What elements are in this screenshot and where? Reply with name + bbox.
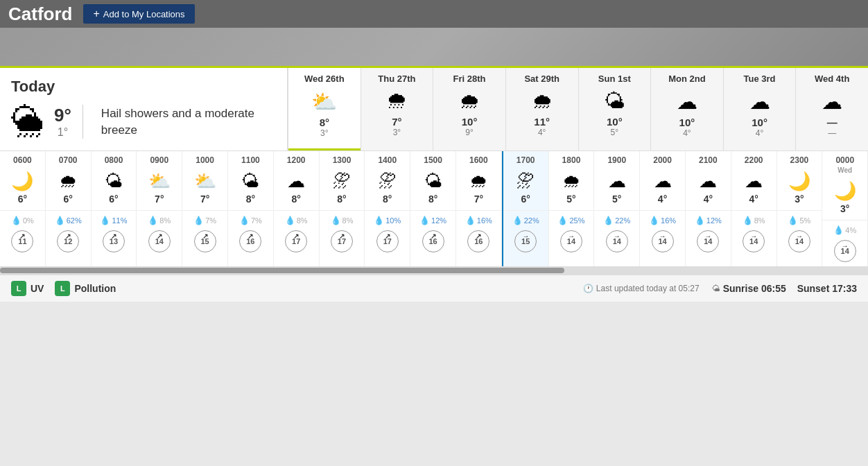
rain-drop-icon: 💧 <box>695 216 705 225</box>
plus-icon: + <box>93 8 99 20</box>
wind-direction-icon: ↗ <box>339 232 345 240</box>
forecast-day-3[interactable]: Sat 29th 🌧 11° 4° <box>505 68 578 150</box>
hour-col-1500: 1500 🌤 8° 💧 12% 16 ↗ <box>410 151 456 266</box>
today-content: 🌦 9° 1° Hail showers and a moderate bree… <box>11 103 276 141</box>
hour-time-label: 1700 <box>515 151 537 166</box>
forecast-weather-icon: ⛅ <box>311 89 337 114</box>
hour-rain-row: 💧 8% <box>743 216 765 225</box>
rain-drop-icon: 💧 <box>649 216 659 225</box>
hour-rain-percent: 8% <box>297 216 308 225</box>
hour-temp: 6° <box>18 193 27 205</box>
hour-wind-circle: 13 ↗ <box>103 230 125 252</box>
hour-temp: 7° <box>200 193 209 205</box>
forecast-high-temp: 10° <box>752 116 767 128</box>
hour-rain-percent: 16% <box>477 216 492 225</box>
hour-rain-percent: 16% <box>661 216 676 225</box>
hour-rain-percent: 4% <box>845 226 856 234</box>
forecast-high-temp: 10° <box>679 116 695 128</box>
forecast-day-1[interactable]: Thu 27th 🌨 7° 3° <box>361 68 433 150</box>
today-weather-icon: 🌦 <box>11 103 44 141</box>
hour-wind-circle: 16 ↗ <box>467 230 489 252</box>
forecast-low-temp: 3° <box>393 128 401 137</box>
hour-weather-icon: 🌤 <box>241 171 259 192</box>
hour-time-label: 2100 <box>697 151 719 166</box>
hour-temp: 7° <box>155 193 164 205</box>
hour-weather-icon: 🌧 <box>562 171 580 192</box>
forecast-high-temp: 10° <box>462 116 478 128</box>
wind-direction-icon: → <box>796 232 803 240</box>
hour-wind-circle: 14 ↗ <box>148 230 171 252</box>
forecast-day-6[interactable]: Tue 3rd ☁ 10° 4° <box>723 68 796 150</box>
hour-rain-row: 💧 22% <box>603 216 630 225</box>
hour-rain-percent: 0% <box>23 216 34 225</box>
hour-time-label: 1900 <box>606 151 627 166</box>
hour-rain-percent: 7% <box>251 216 262 225</box>
hour-col-2100: 2100 ☁ 4° 💧 12% 14 → <box>686 151 731 266</box>
hour-rain-row: 💧 10% <box>374 216 401 225</box>
hour-weather-icon: ☁ <box>608 171 626 192</box>
forecast-low-temp: 5° <box>611 128 618 137</box>
hour-col-1600: 1600 🌧 7° 💧 16% 16 ↗ <box>456 151 502 266</box>
hour-rain-percent: 62% <box>67 216 82 225</box>
footer-left: L UV L Pollution <box>11 281 116 296</box>
rain-drop-icon: 💧 <box>557 216 568 225</box>
rain-drop-icon: 💧 <box>285 216 295 225</box>
wind-direction-icon: → <box>614 232 620 240</box>
hour-rain-percent: 7% <box>205 216 216 225</box>
hour-rain-row: 💧 0% <box>11 216 34 225</box>
wind-direction-icon: → <box>659 232 666 240</box>
hour-col-1400: 1400 ⛈ 8° 💧 10% 17 ↗ <box>365 151 410 266</box>
hour-rain-row: 💧 7% <box>193 216 216 225</box>
sunrise-sunset: Sunrise 06:55 Sunset 17:33 <box>723 283 857 294</box>
scroll-thumb[interactable] <box>0 268 564 273</box>
hourly-section: 0600 🌙 6° 💧 0% 11 ↗ 0700 🌧 6° 💧 62% 12 ↗… <box>0 150 868 266</box>
sunrise-icon: 🌤 <box>712 284 720 293</box>
forecast-weather-icon: 🌧 <box>532 89 553 113</box>
today-panel: Today 🌦 9° 1° Hail showers and a moderat… <box>0 68 288 150</box>
hour-col-1900: 1900 ☁ 5° 💧 22% 14 → <box>594 151 640 266</box>
hour-time-label: 0000Wed <box>834 151 856 176</box>
forecast-day-4[interactable]: Sun 1st 🌤 10° 5° <box>578 68 651 150</box>
forecast-day-0[interactable]: Wed 26th ⛅ 8° 3° <box>288 68 361 150</box>
rain-background <box>0 28 868 66</box>
wind-direction-icon: ↗ <box>202 232 208 240</box>
hour-weather-icon: ⛈ <box>379 171 397 192</box>
forecast-weather-icon: ☁ <box>677 89 697 114</box>
hour-wind-circle: 17 ↗ <box>331 230 353 252</box>
wind-direction-icon: → <box>842 242 849 250</box>
hour-weather-icon: ☁ <box>745 171 763 192</box>
hour-time-label: 1800 <box>561 151 582 166</box>
hour-wind-circle: 16 ↗ <box>239 230 261 252</box>
wind-direction-icon: ↗ <box>19 232 25 240</box>
wind-direction-icon: → <box>704 232 711 240</box>
forecast-day-5[interactable]: Mon 2nd ☁ 10° 4° <box>650 68 723 150</box>
hour-rain-row: 💧 62% <box>55 216 82 225</box>
hour-temp: 5° <box>566 193 575 205</box>
hour-time-label: 2000 <box>652 151 673 166</box>
hour-temp: 4° <box>749 193 758 205</box>
hour-time-label: 1600 <box>468 151 489 166</box>
hour-weather-icon: 🌧 <box>469 171 487 192</box>
rain-drop-icon: 💧 <box>55 216 65 225</box>
scroll-bar-area[interactable] <box>0 266 868 275</box>
hour-temp: 6° <box>521 193 530 205</box>
today-description: Hail showers and a moderate breeze <box>101 105 276 139</box>
hour-col-2000: 2000 ☁ 4° 💧 16% 14 → <box>640 151 686 266</box>
pollution-badge-group: L Pollution <box>55 281 116 296</box>
hour-rain-percent: 8% <box>754 216 765 225</box>
forecast-high-temp: — <box>827 116 837 128</box>
forecast-day-label: Wed 26th <box>304 74 345 84</box>
rain-drop-icon: 💧 <box>465 216 476 225</box>
hour-rain-percent: 8% <box>342 216 354 225</box>
hour-col-1200: 1200 ☁ 8° 💧 8% 17 ↗ <box>274 151 320 266</box>
hour-wind-circle: 17 ↗ <box>376 230 399 252</box>
forecast-day-7[interactable]: Wed 4th ☁ — — <box>795 68 868 150</box>
hour-temp: 4° <box>704 193 713 205</box>
forecast-day-2[interactable]: Fri 28th 🌧 10° 9° <box>433 68 505 150</box>
wind-direction-icon: ↗ <box>431 232 436 240</box>
hour-rain-row: 💧 4% <box>833 225 856 235</box>
add-location-button[interactable]: + Add to My Locations <box>83 4 194 24</box>
hour-wind-circle: 14 → <box>606 230 628 252</box>
hour-rain-percent: 22% <box>615 216 630 225</box>
forecast-day-label: Tue 3rd <box>744 74 776 84</box>
